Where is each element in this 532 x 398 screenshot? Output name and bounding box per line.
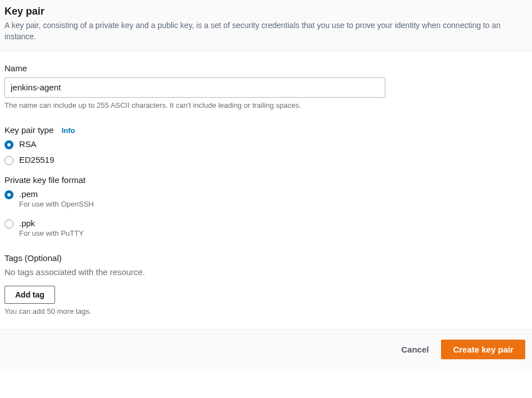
name-input[interactable]	[4, 77, 385, 98]
key-pair-type-label-text: Key pair type	[4, 125, 54, 135]
file-format-section: Private key file format .pem For use wit…	[4, 175, 528, 237]
radio-pem-sub: For use with OpenSSH	[19, 200, 94, 208]
name-section: Name The name can include up to 255 ASCI…	[4, 63, 528, 109]
radio-ed25519-label: ED25519	[19, 155, 54, 164]
file-format-label: Private key file format	[4, 175, 528, 185]
tags-label: Tags (Optional)	[4, 253, 528, 263]
footer-bar: Cancel Create key pair	[0, 329, 532, 369]
radio-ppk[interactable]: .ppk For use with PuTTY	[4, 218, 528, 237]
radio-ed25519[interactable]: ED25519	[4, 155, 528, 165]
radio-rsa-label: RSA	[19, 139, 37, 149]
tags-section: Tags (Optional) No tags associated with …	[4, 253, 528, 315]
key-pair-type-section: Key pair type Info RSA ED25519	[4, 125, 528, 165]
create-key-pair-button[interactable]: Create key pair	[441, 340, 525, 359]
tags-empty-text: No tags associated with the resource.	[4, 267, 528, 277]
radio-ppk-control[interactable]	[4, 219, 13, 228]
info-link[interactable]: Info	[62, 126, 75, 135]
header-panel: Key pair A key pair, consisting of a pri…	[0, 0, 532, 51]
page-title: Key pair	[4, 6, 528, 17]
radio-ppk-sub: For use with PuTTY	[19, 229, 84, 237]
name-label: Name	[4, 63, 528, 73]
tags-limit-hint: You can add 50 more tags.	[4, 307, 528, 315]
radio-rsa[interactable]: RSA	[4, 139, 528, 149]
name-hint: The name can include up to 255 ASCII cha…	[4, 101, 528, 109]
form-body: Name The name can include up to 255 ASCI…	[0, 51, 532, 329]
radio-ed25519-control[interactable]	[4, 156, 13, 165]
radio-rsa-control[interactable]	[4, 140, 13, 149]
key-pair-type-label: Key pair type Info	[4, 125, 528, 135]
add-tag-button[interactable]: Add tag	[4, 286, 55, 304]
cancel-button[interactable]: Cancel	[401, 345, 429, 354]
radio-pem-control[interactable]	[4, 190, 13, 199]
radio-pem[interactable]: .pem For use with OpenSSH	[4, 189, 528, 208]
page-description: A key pair, consisting of a private key …	[4, 20, 528, 43]
radio-ppk-label: .ppk	[19, 218, 84, 228]
radio-pem-label: .pem	[19, 189, 94, 199]
